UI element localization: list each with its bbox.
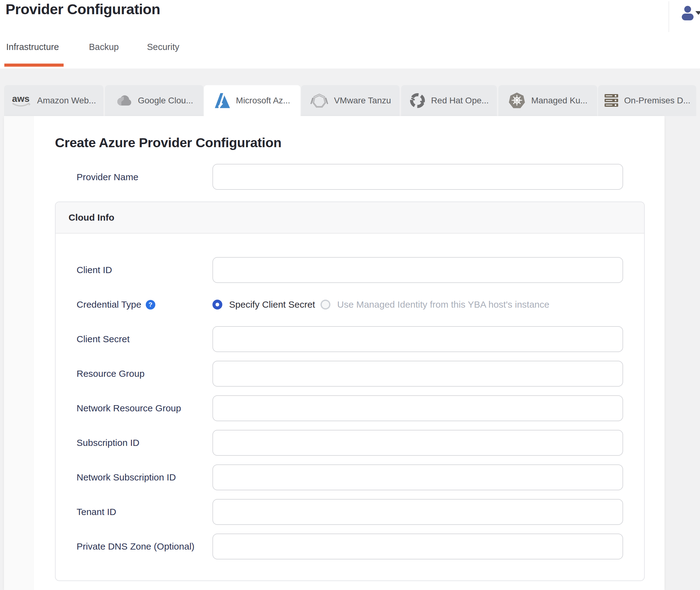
subscription-id-input[interactable] [212,430,623,456]
provider-tab-managed-kubernetes[interactable]: Managed Ku... [498,85,597,116]
provider-tab-label: Google Clou... [138,96,193,106]
provider-tab-label: Managed Ku... [531,96,587,106]
provider-name-input[interactable] [212,164,623,190]
vmware-tanzu-icon [310,93,329,108]
network-resource-group-input[interactable] [212,395,623,421]
resource-group-input[interactable] [212,361,623,387]
kubernetes-icon [508,92,526,109]
private-dns-zone-input[interactable] [212,533,623,560]
google-cloud-icon [115,94,133,107]
provider-tab-redhat-openshift[interactable]: Red Hat Ope... [401,85,497,116]
credential-type-label: Credential Type ? [77,292,209,317]
radio-unselected-icon[interactable] [321,300,330,309]
radio-label: Use Managed Identity from this YBA host'… [337,299,549,310]
user-menu-caret-icon[interactable] [695,11,700,15]
tab-backup[interactable]: Backup [89,42,119,52]
provider-tab-aws[interactable]: aws Amazon Web... [4,85,103,116]
header-divider [669,1,669,32]
network-subscription-id-label: Network Subscription ID [77,465,209,490]
provider-configuration-page: Provider Configuration Infrastructure Ba… [0,0,700,590]
private-dns-zone-label: Private DNS Zone (Optional) [77,533,209,560]
radio-specify-client-secret[interactable]: Specify Client Secret [212,292,315,317]
client-secret-input[interactable] [212,326,623,352]
provider-tab-label: VMware Tanzu [334,96,391,106]
network-subscription-id-input[interactable] [212,465,623,490]
provider-tab-on-premises[interactable]: On-Premises D... [598,85,696,116]
client-secret-label: Client Secret [77,326,209,352]
tab-security[interactable]: Security [147,42,179,52]
azure-icon [214,92,231,109]
redhat-openshift-icon [409,92,426,109]
client-id-label: Client ID [77,257,209,283]
provider-tab-gcp[interactable]: Google Clou... [105,85,203,116]
svg-text:aws: aws [12,94,30,104]
aws-icon: aws [11,94,32,108]
active-tab-indicator [4,64,64,67]
tenant-id-input[interactable] [212,499,623,525]
provider-tab-label: Red Hat Ope... [431,96,489,106]
provider-tab-vmware-tanzu[interactable]: VMware Tanzu [301,85,400,116]
subscription-id-label: Subscription ID [77,430,209,456]
provider-tab-azure[interactable]: Microsoft Az... [204,85,300,116]
radio-use-managed-identity[interactable]: Use Managed Identity from this YBA host'… [321,292,549,317]
provider-tab-label: On-Premises D... [624,96,690,106]
on-premises-server-icon [604,94,619,108]
provider-tab-label: Microsoft Az... [236,96,290,106]
user-icon[interactable] [681,6,695,20]
form-heading: Create Azure Provider Configuration [55,135,281,150]
client-id-input[interactable] [212,257,623,283]
top-header: Provider Configuration Infrastructure Ba… [0,0,700,69]
help-icon[interactable]: ? [146,300,155,309]
network-resource-group-label: Network Resource Group [77,395,209,421]
panel-left-gutter [4,116,34,590]
provider-form-panel: Create Azure Provider Configuration Prov… [4,116,665,590]
provider-name-label: Provider Name [77,164,209,190]
provider-tab-label: Amazon Web... [37,96,96,106]
radio-label: Specify Client Secret [229,299,315,310]
tenant-id-label: Tenant ID [77,499,209,525]
resource-group-label: Resource Group [77,361,209,387]
cloud-info-header: Cloud Info [56,202,644,233]
radio-selected-icon[interactable] [212,300,222,309]
cloud-info-title: Cloud Info [69,212,114,223]
tab-infrastructure[interactable]: Infrastructure [6,42,59,52]
page-title: Provider Configuration [6,1,160,18]
